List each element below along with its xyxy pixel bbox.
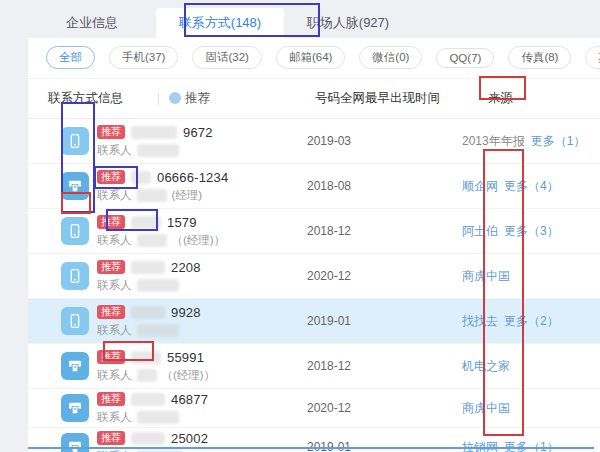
left-gutter (0, 0, 28, 452)
table-row: 推荐46877 联系人 2020-12 商虎中国 (28, 389, 600, 428)
landline-phone-icon (61, 172, 89, 200)
source-link[interactable]: 顺企网 (462, 179, 498, 193)
recommend-toggle[interactable]: 推荐 (167, 90, 210, 107)
tab-company-info[interactable]: 企业信息 (28, 8, 156, 38)
first-seen-date: 2019-03 (307, 134, 462, 148)
landline-phone-icon (61, 433, 89, 452)
redacted-number (131, 306, 165, 319)
first-seen-date: 2020-12 (307, 401, 462, 415)
phone-number: 9928 (171, 305, 201, 320)
tab-bar: 企业信息 联系方式(148) 职场人脉(927) (28, 8, 600, 38)
phone-number: 9672 (183, 125, 213, 140)
first-seen-date: 2018-08 (307, 179, 462, 193)
contact-person-label: 联系人 (97, 449, 132, 452)
redacted-name (137, 234, 167, 247)
phone-number: 55991 (167, 350, 204, 365)
filter-mobile[interactable]: 手机(37) (109, 46, 178, 69)
redacted-number (131, 351, 161, 364)
contact-title: （(经理)） (162, 368, 216, 383)
redacted-number (131, 393, 165, 406)
contact-person-label: 联系人 (97, 323, 132, 338)
more-link[interactable]: 更多（1） (504, 440, 559, 452)
redacted-name (137, 369, 157, 382)
filter-landline[interactable]: 固话(32) (192, 46, 261, 69)
source-link[interactable]: 找找去 (462, 314, 498, 328)
header-contact-info: 联系方式信息 (48, 90, 158, 107)
first-seen-date: 2018-12 (307, 359, 462, 373)
first-seen-date: 2020-12 (307, 269, 462, 283)
redacted-name (137, 144, 179, 157)
filter-email[interactable]: 邮箱(64) (276, 46, 345, 69)
more-link[interactable]: 更多（3） (504, 224, 559, 238)
redacted-number (131, 261, 165, 274)
source-link[interactable]: 阿土伯 (462, 224, 498, 238)
mobile-phone-icon (61, 127, 89, 155)
header-first-seen: 号码全网最早出现时间 (315, 90, 440, 107)
recommend-icon (169, 92, 181, 104)
table-row: 推荐55991 联系人（(经理)） 2018-12 机电之家 (28, 344, 600, 389)
filter-other[interactable]: 其他(0) (585, 46, 600, 69)
table-row: 推荐06666-1234 联系人(经理) 2018-08 顺企网更多（4） (28, 164, 600, 209)
phone-number: 06666-1234 (157, 170, 228, 185)
recommend-badge: 推荐 (97, 125, 125, 139)
table-header: 联系方式信息 推荐 号码全网最早出现时间 来源 (28, 79, 600, 119)
header-source: 来源 (488, 90, 513, 107)
filter-qq[interactable]: QQ(7) (436, 48, 494, 68)
contact-person-label: 联系人 (97, 188, 132, 203)
recommend-badge: 推荐 (97, 305, 125, 319)
bottom-border-line (28, 447, 594, 449)
recommend-badge: 推荐 (97, 350, 125, 364)
source-link[interactable]: 商虎中国 (462, 269, 510, 283)
first-seen-date: 2018-12 (307, 224, 462, 238)
phone-number: 1579 (167, 215, 197, 230)
contact-title: （(经理)） (172, 233, 226, 248)
recommend-badge: 推荐 (97, 170, 125, 184)
table-row: 推荐1579 联系人（(经理)） 2018-12 阿土伯更多（3） (28, 209, 600, 254)
contact-person-label: 联系人 (97, 143, 132, 158)
contact-info-page: 企业信息 联系方式(148) 职场人脉(927) 全部 手机(37) 固话(32… (0, 0, 600, 452)
landline-phone-icon (61, 394, 89, 422)
contact-person-label: 联系人 (97, 368, 132, 383)
header-divider (158, 93, 159, 105)
recommend-badge: 推荐 (97, 392, 125, 406)
contact-title: (经理) (172, 188, 203, 203)
landline-phone-icon (61, 352, 89, 380)
first-seen-date: 2019-01 (307, 314, 462, 328)
more-link[interactable]: 更多（1） (531, 134, 586, 148)
contact-person-label: 联系人 (97, 410, 132, 425)
phone-number: 2208 (171, 260, 201, 275)
filter-pill-bar: 全部 手机(37) 固话(32) 邮箱(64) 微信(0) QQ(7) 传真(8… (28, 38, 600, 79)
content-card: 全部 手机(37) 固话(32) 邮箱(64) 微信(0) QQ(7) 传真(8… (28, 38, 600, 448)
more-link[interactable]: 更多（2） (504, 314, 559, 328)
recommend-badge: 推荐 (97, 431, 125, 445)
table-row: 推荐9672 联系人 2019-03 2013年年报更多（1） (28, 119, 600, 164)
filter-all[interactable]: 全部 (46, 46, 95, 69)
tab-workplace-network[interactable]: 职场人脉(927) (284, 8, 412, 38)
redacted-name (137, 189, 167, 202)
redacted-number (131, 432, 165, 445)
redacted-number (131, 216, 161, 229)
first-seen-date: 2019-01 (307, 440, 462, 452)
redacted-name (137, 324, 179, 337)
tab-contact-methods[interactable]: 联系方式(148) (156, 8, 284, 38)
recommend-label: 推荐 (185, 91, 210, 105)
phone-number: 25002 (171, 431, 208, 446)
source-link[interactable]: 拉销网 (462, 440, 498, 452)
contact-person-label: 联系人 (97, 278, 132, 293)
mobile-phone-icon (61, 262, 89, 290)
source-link: 2013年年报 (462, 134, 525, 148)
table-row: 推荐2208 联系人 2020-12 商虎中国 (28, 254, 600, 299)
phone-number: 46877 (171, 392, 208, 407)
mobile-phone-icon (61, 307, 89, 335)
more-link[interactable]: 更多（4） (504, 179, 559, 193)
redacted-number (131, 126, 177, 139)
redacted-name (137, 279, 179, 292)
recommend-badge: 推荐 (97, 215, 125, 229)
mobile-phone-icon (61, 217, 89, 245)
filter-wechat[interactable]: 微信(0) (359, 46, 422, 69)
redacted-name (137, 411, 179, 424)
recommend-badge: 推荐 (97, 260, 125, 274)
source-link[interactable]: 商虎中国 (462, 401, 510, 415)
filter-fax[interactable]: 传真(8) (508, 46, 571, 69)
source-link[interactable]: 机电之家 (462, 359, 510, 373)
